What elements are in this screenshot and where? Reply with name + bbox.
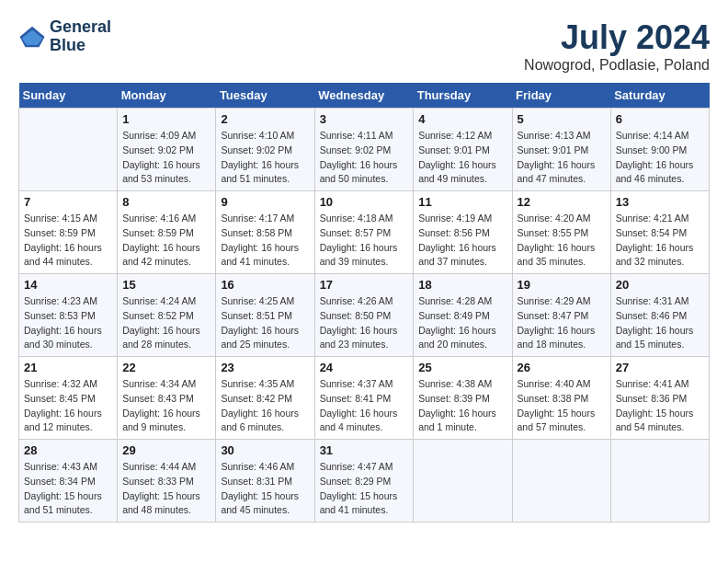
calendar-cell [610, 440, 709, 523]
calendar-week-row: 14Sunrise: 4:23 AMSunset: 8:53 PMDayligh… [19, 274, 710, 357]
calendar-week-row: 21Sunrise: 4:32 AMSunset: 8:45 PMDayligh… [19, 357, 710, 440]
calendar-cell [414, 440, 512, 523]
day-number: 10 [320, 195, 409, 209]
day-number: 8 [122, 195, 210, 209]
calendar-week-row: 28Sunrise: 4:43 AMSunset: 8:34 PMDayligh… [19, 440, 710, 523]
day-number: 20 [616, 278, 704, 292]
calendar-cell: 24Sunrise: 4:37 AMSunset: 8:41 PMDayligh… [314, 357, 414, 440]
day-info: Sunrise: 4:18 AMSunset: 8:57 PMDaylight:… [320, 212, 409, 270]
day-info: Sunrise: 4:13 AMSunset: 9:01 PMDaylight:… [518, 129, 606, 187]
calendar-cell: 12Sunrise: 4:20 AMSunset: 8:55 PMDayligh… [512, 191, 610, 274]
calendar-cell: 16Sunrise: 4:25 AMSunset: 8:51 PMDayligh… [216, 274, 314, 357]
day-info: Sunrise: 4:31 AMSunset: 8:46 PMDaylight:… [616, 294, 704, 352]
day-info: Sunrise: 4:34 AMSunset: 8:43 PMDaylight:… [122, 377, 210, 435]
day-number: 7 [24, 195, 112, 209]
day-number: 13 [616, 195, 704, 209]
calendar-cell: 31Sunrise: 4:47 AMSunset: 8:29 PMDayligh… [314, 440, 414, 523]
day-info: Sunrise: 4:37 AMSunset: 8:41 PMDaylight:… [320, 377, 409, 435]
day-number: 26 [518, 361, 606, 374]
weekday-header: Tuesday [216, 83, 314, 109]
calendar-cell: 3Sunrise: 4:11 AMSunset: 9:02 PMDaylight… [314, 109, 414, 191]
calendar-cell: 21Sunrise: 4:32 AMSunset: 8:45 PMDayligh… [19, 357, 118, 440]
day-info: Sunrise: 4:14 AMSunset: 9:00 PMDaylight:… [616, 129, 704, 187]
calendar-week-row: 1Sunrise: 4:09 AMSunset: 9:02 PMDaylight… [19, 109, 710, 191]
day-number: 9 [221, 195, 309, 209]
day-number: 12 [518, 195, 606, 209]
logo-icon [18, 23, 46, 51]
calendar-cell: 7Sunrise: 4:15 AMSunset: 8:59 PMDaylight… [19, 191, 118, 274]
month-title: July 2024 [524, 18, 710, 57]
calendar-cell: 17Sunrise: 4:26 AMSunset: 8:50 PMDayligh… [314, 274, 414, 357]
day-number: 3 [320, 112, 409, 126]
day-info: Sunrise: 4:09 AMSunset: 9:02 PMDaylight:… [122, 129, 210, 187]
calendar-cell: 9Sunrise: 4:17 AMSunset: 8:58 PMDaylight… [216, 191, 314, 274]
day-number: 2 [221, 112, 309, 126]
day-number: 17 [320, 278, 409, 292]
day-info: Sunrise: 4:15 AMSunset: 8:59 PMDaylight:… [24, 212, 112, 270]
calendar-week-row: 7Sunrise: 4:15 AMSunset: 8:59 PMDaylight… [19, 191, 710, 274]
day-number: 5 [518, 112, 606, 126]
weekday-header: Monday [118, 83, 216, 109]
day-info: Sunrise: 4:16 AMSunset: 8:59 PMDaylight:… [122, 212, 210, 270]
calendar-cell: 6Sunrise: 4:14 AMSunset: 9:00 PMDaylight… [610, 109, 709, 191]
logo-line1: General [50, 18, 111, 37]
day-info: Sunrise: 4:41 AMSunset: 8:36 PMDaylight:… [616, 377, 704, 435]
calendar-cell: 5Sunrise: 4:13 AMSunset: 9:01 PMDaylight… [512, 109, 610, 191]
day-number: 23 [221, 361, 309, 374]
day-info: Sunrise: 4:47 AMSunset: 8:29 PMDaylight:… [320, 460, 409, 518]
calendar-cell [512, 440, 610, 523]
day-number: 24 [320, 361, 409, 374]
calendar-cell: 2Sunrise: 4:10 AMSunset: 9:02 PMDaylight… [216, 109, 314, 191]
day-info: Sunrise: 4:10 AMSunset: 9:02 PMDaylight:… [221, 129, 309, 187]
day-number: 1 [122, 112, 210, 126]
day-number: 22 [122, 361, 210, 374]
weekday-header: Wednesday [314, 83, 414, 109]
weekday-header: Thursday [414, 83, 512, 109]
logo-line2: Blue [50, 37, 111, 55]
location-title: Nowogrod, Podlasie, Poland [524, 57, 710, 74]
calendar-cell: 20Sunrise: 4:31 AMSunset: 8:46 PMDayligh… [610, 274, 709, 357]
day-info: Sunrise: 4:25 AMSunset: 8:51 PMDaylight:… [221, 294, 309, 352]
calendar-table: SundayMondayTuesdayWednesdayThursdayFrid… [18, 83, 710, 523]
day-number: 14 [24, 278, 112, 292]
day-number: 21 [24, 361, 112, 374]
header-row: SundayMondayTuesdayWednesdayThursdayFrid… [19, 83, 710, 109]
calendar-cell: 15Sunrise: 4:24 AMSunset: 8:52 PMDayligh… [118, 274, 216, 357]
day-number: 16 [221, 278, 309, 292]
day-info: Sunrise: 4:19 AMSunset: 8:56 PMDaylight:… [418, 212, 506, 270]
calendar-cell: 23Sunrise: 4:35 AMSunset: 8:42 PMDayligh… [216, 357, 314, 440]
day-number: 6 [616, 112, 704, 126]
day-info: Sunrise: 4:23 AMSunset: 8:53 PMDaylight:… [24, 294, 112, 352]
calendar-cell: 11Sunrise: 4:19 AMSunset: 8:56 PMDayligh… [414, 191, 512, 274]
day-info: Sunrise: 4:35 AMSunset: 8:42 PMDaylight:… [221, 377, 309, 435]
calendar-cell: 29Sunrise: 4:44 AMSunset: 8:33 PMDayligh… [118, 440, 216, 523]
calendar-cell: 25Sunrise: 4:38 AMSunset: 8:39 PMDayligh… [414, 357, 512, 440]
day-info: Sunrise: 4:26 AMSunset: 8:50 PMDaylight:… [320, 294, 409, 352]
day-info: Sunrise: 4:38 AMSunset: 8:39 PMDaylight:… [418, 377, 506, 435]
day-number: 18 [418, 278, 506, 292]
calendar-cell: 28Sunrise: 4:43 AMSunset: 8:34 PMDayligh… [19, 440, 118, 523]
day-info: Sunrise: 4:11 AMSunset: 9:02 PMDaylight:… [320, 129, 409, 187]
day-number: 25 [418, 361, 506, 374]
calendar-cell: 10Sunrise: 4:18 AMSunset: 8:57 PMDayligh… [314, 191, 414, 274]
day-info: Sunrise: 4:43 AMSunset: 8:34 PMDaylight:… [24, 460, 112, 518]
weekday-header: Saturday [610, 83, 709, 109]
day-info: Sunrise: 4:28 AMSunset: 8:49 PMDaylight:… [418, 294, 506, 352]
day-number: 31 [320, 443, 409, 457]
day-info: Sunrise: 4:46 AMSunset: 8:31 PMDaylight:… [221, 460, 309, 518]
page-header: General Blue July 2024 Nowogrod, Podlasi… [18, 18, 710, 74]
day-info: Sunrise: 4:17 AMSunset: 8:58 PMDaylight:… [221, 212, 309, 270]
day-info: Sunrise: 4:21 AMSunset: 8:54 PMDaylight:… [616, 212, 704, 270]
day-number: 19 [518, 278, 606, 292]
title-block: July 2024 Nowogrod, Podlasie, Poland [524, 18, 710, 74]
day-info: Sunrise: 4:20 AMSunset: 8:55 PMDaylight:… [518, 212, 606, 270]
calendar-cell [19, 109, 118, 191]
calendar-cell: 13Sunrise: 4:21 AMSunset: 8:54 PMDayligh… [610, 191, 709, 274]
calendar-cell: 18Sunrise: 4:28 AMSunset: 8:49 PMDayligh… [414, 274, 512, 357]
day-number: 11 [418, 195, 506, 209]
day-info: Sunrise: 4:44 AMSunset: 8:33 PMDaylight:… [122, 460, 210, 518]
calendar-cell: 19Sunrise: 4:29 AMSunset: 8:47 PMDayligh… [512, 274, 610, 357]
calendar-cell: 30Sunrise: 4:46 AMSunset: 8:31 PMDayligh… [216, 440, 314, 523]
weekday-header: Sunday [19, 83, 118, 109]
day-info: Sunrise: 4:29 AMSunset: 8:47 PMDaylight:… [518, 294, 606, 352]
